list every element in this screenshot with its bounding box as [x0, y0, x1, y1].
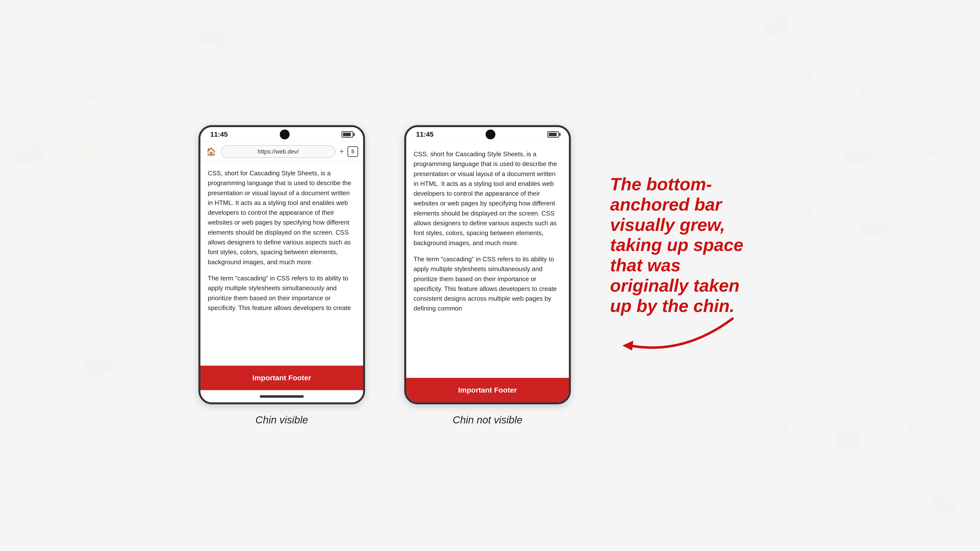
battery-fill — [343, 133, 351, 136]
phone-left-battery — [342, 131, 353, 138]
content-para-right-1: CSS, short for Cascading Style Sheets, i… — [414, 149, 562, 248]
phone-left-content: CSS, short for Cascading Style Sheets, i… — [200, 161, 363, 365]
annotation-text: The bottom- anchored bar visually grew, … — [610, 174, 781, 316]
battery-icon-right — [547, 131, 559, 138]
phone-right-mockup: 11:45 CSS, short for Cascading Style She… — [404, 125, 571, 404]
phone-right-wrapper: 11:45 CSS, short for Cascading Style She… — [404, 125, 571, 426]
phone-right-content: CSS, short for Cascading Style Sheets, i… — [406, 142, 569, 378]
phone-left-url-bar[interactable]: 🏠 https://web.dev/ + 5 — [200, 142, 363, 161]
phone-right-battery — [547, 131, 559, 138]
annotation-area: The bottom- anchored bar visually grew, … — [610, 174, 781, 316]
phone-left-time: 11:45 — [210, 130, 228, 138]
phone-left-status-bar: 11:45 — [200, 127, 363, 142]
battery-icon — [342, 131, 353, 138]
content-para-2: The term "cascading" in CSS refers to it… — [208, 273, 356, 313]
phone-right-caption: Chin not visible — [453, 414, 523, 426]
tab-count-badge[interactable]: 5 — [347, 146, 358, 157]
annotation-line4: taking up space — [610, 235, 743, 255]
annotation-line3: visually grew, — [610, 215, 725, 235]
home-button[interactable]: 🏠 — [205, 146, 217, 157]
content-para-right-2: The term "cascading" in CSS refers to it… — [414, 254, 562, 313]
phone-right-camera — [485, 130, 495, 139]
phone-left-footer-label: Important Footer — [252, 374, 311, 382]
annotation-line1: The bottom- — [610, 175, 712, 194]
main-container: 11:45 🏠 https://web.dev/ + 5 CS — [199, 125, 781, 426]
phone-left-chin — [200, 390, 363, 402]
annotation-arrow — [610, 311, 757, 365]
content-para-1: CSS, short for Cascading Style Sheets, i… — [208, 168, 356, 267]
battery-fill-right — [549, 133, 557, 136]
phone-right-footer-label: Important Footer — [458, 386, 517, 394]
phone-left-caption: Chin visible — [256, 414, 308, 426]
url-input[interactable]: https://web.dev/ — [221, 145, 336, 158]
svg-marker-0 — [622, 341, 633, 351]
phone-left-wrapper: 11:45 🏠 https://web.dev/ + 5 CS — [199, 125, 365, 426]
phone-right-status-bar: 11:45 — [406, 127, 569, 142]
annotation-line2: anchored bar — [610, 195, 722, 214]
phone-left-camera — [280, 130, 290, 139]
chin-bar — [260, 395, 304, 398]
add-tab-button[interactable]: + — [339, 147, 344, 156]
annotation-line5: that was — [610, 256, 681, 275]
phone-left-footer: Important Footer — [200, 365, 363, 390]
phone-left-mockup: 11:45 🏠 https://web.dev/ + 5 CS — [199, 125, 365, 404]
annotation-line6: originally taken — [610, 276, 740, 295]
url-actions: + 5 — [339, 146, 358, 157]
phone-right-footer: Important Footer — [406, 378, 569, 402]
phone-right-time: 11:45 — [416, 130, 434, 138]
